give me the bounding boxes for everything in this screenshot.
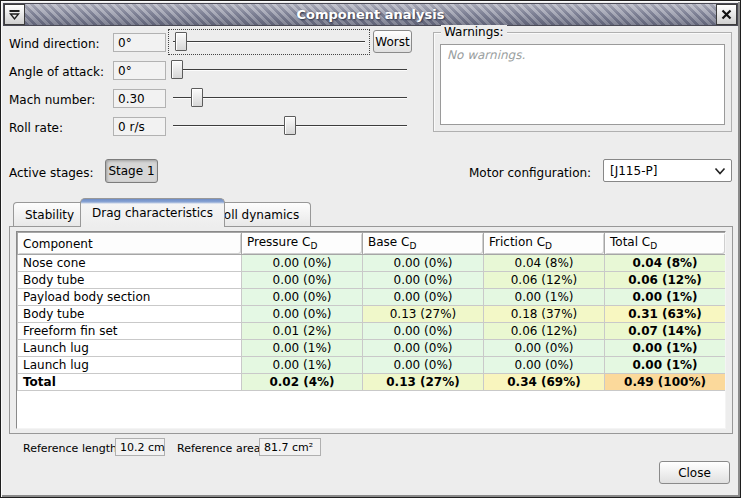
value-cell: 0.00 (1%) bbox=[605, 289, 726, 306]
table-row[interactable]: Nose cone0.00 (0%)0.00 (0%)0.04 (8%)0.04… bbox=[18, 255, 726, 272]
title-bar: Component analysis bbox=[3, 3, 738, 26]
table-row[interactable]: Launch lug0.00 (1%)0.00 (0%)0.00 (0%)0.0… bbox=[18, 340, 726, 357]
value-cell: 0.00 (1%) bbox=[484, 289, 605, 306]
stage-1-toggle-button[interactable]: Stage 1 bbox=[105, 159, 158, 183]
window-close-button[interactable] bbox=[716, 4, 737, 25]
table-row[interactable]: Body tube0.00 (0%)0.13 (27%)0.18 (37%)0.… bbox=[18, 306, 726, 323]
component-name-cell: Nose cone bbox=[18, 255, 242, 272]
component-name-cell: Payload body section bbox=[18, 289, 242, 306]
value-cell: 0.06 (12%) bbox=[605, 272, 726, 289]
close-icon bbox=[720, 8, 733, 21]
value-cell: 0.13 (27%) bbox=[363, 374, 484, 391]
mach-number-slider[interactable] bbox=[170, 87, 410, 109]
component-name-cell: Freeform fin set bbox=[18, 323, 242, 340]
slider-thumb[interactable] bbox=[171, 60, 183, 79]
component-name-cell: Body tube bbox=[18, 272, 242, 289]
reference-length-label: Reference length: bbox=[23, 442, 121, 455]
window-title: Component analysis bbox=[25, 7, 716, 22]
value-cell: 0.00 (0%) bbox=[242, 272, 363, 289]
component-name-cell: Total bbox=[18, 374, 242, 391]
value-cell: 0.00 (1%) bbox=[242, 357, 363, 374]
value-cell: 0.06 (12%) bbox=[484, 272, 605, 289]
column-header[interactable]: Base CD bbox=[363, 233, 484, 255]
motor-configuration-select[interactable]: [J115-P] bbox=[603, 159, 732, 182]
tab-stability[interactable]: Stability bbox=[13, 202, 86, 227]
warnings-list: No warnings. bbox=[440, 44, 725, 125]
table-row[interactable]: Payload body section0.00 (0%)0.00 (0%)0.… bbox=[18, 289, 726, 306]
column-header[interactable]: Friction CD bbox=[484, 233, 605, 255]
tab-drag-characteristics[interactable]: Drag characteristics bbox=[80, 198, 225, 227]
reference-area-label: Reference area: bbox=[177, 442, 264, 455]
warnings-group: Warnings: No warnings. bbox=[433, 32, 732, 132]
mach-number-field[interactable]: 0.30 bbox=[113, 89, 166, 108]
drag-table-scrollpane[interactable]: ComponentPressure CDBase CDFriction CDTo… bbox=[16, 231, 726, 429]
value-cell: 0.00 (0%) bbox=[363, 323, 484, 340]
value-cell: 0.07 (14%) bbox=[605, 323, 726, 340]
chevron-down-icon bbox=[709, 167, 731, 175]
value-cell: 0.02 (4%) bbox=[242, 374, 363, 391]
active-stages-label: Active stages: bbox=[9, 166, 94, 180]
value-cell: 0.49 (100%) bbox=[605, 374, 726, 391]
value-cell: 0.00 (0%) bbox=[363, 272, 484, 289]
value-cell: 0.04 (8%) bbox=[605, 255, 726, 272]
value-cell: 0.00 (0%) bbox=[242, 289, 363, 306]
component-name-cell: Launch lug bbox=[18, 340, 242, 357]
component-name-cell: Body tube bbox=[18, 306, 242, 323]
drag-characteristics-panel: ComponentPressure CDBase CDFriction CDTo… bbox=[9, 226, 733, 434]
column-header[interactable]: Component bbox=[18, 233, 242, 255]
motor-configuration-label: Motor configuration: bbox=[469, 166, 591, 180]
roll-rate-label: Roll rate: bbox=[9, 121, 63, 135]
table-row[interactable]: Body tube0.00 (0%)0.00 (0%)0.06 (12%)0.0… bbox=[18, 272, 726, 289]
window-menu-button[interactable] bbox=[4, 4, 25, 25]
table-row[interactable]: Freeform fin set0.01 (2%)0.00 (0%)0.06 (… bbox=[18, 323, 726, 340]
value-cell: 0.00 (0%) bbox=[363, 289, 484, 306]
value-cell: 0.34 (69%) bbox=[484, 374, 605, 391]
slider-track bbox=[173, 41, 365, 43]
wind-direction-field[interactable]: 0° bbox=[113, 33, 166, 52]
slider-thumb[interactable] bbox=[284, 116, 296, 135]
value-cell: 0.18 (37%) bbox=[484, 306, 605, 323]
angle-of-attack-slider[interactable] bbox=[170, 59, 410, 81]
wind-direction-slider[interactable] bbox=[170, 31, 368, 53]
table-header-row: ComponentPressure CDBase CDFriction CDTo… bbox=[18, 233, 726, 255]
value-cell: 0.01 (2%) bbox=[242, 323, 363, 340]
table-row[interactable]: Launch lug0.00 (1%)0.00 (0%)0.00 (0%)0.0… bbox=[18, 357, 726, 374]
value-cell: 0.00 (1%) bbox=[605, 357, 726, 374]
table-row[interactable]: Total0.02 (4%)0.13 (27%)0.34 (69%)0.49 (… bbox=[18, 374, 726, 391]
value-cell: 0.06 (12%) bbox=[484, 323, 605, 340]
wind-direction-label: Wind direction: bbox=[9, 37, 100, 51]
value-cell: 0.31 (63%) bbox=[605, 306, 726, 323]
close-button[interactable]: Close bbox=[659, 461, 730, 484]
slider-thumb[interactable] bbox=[175, 32, 187, 51]
window-menu-icon bbox=[8, 8, 21, 21]
mach-number-label: Mach number: bbox=[9, 93, 95, 107]
motor-configuration-value: [J115-P] bbox=[604, 164, 709, 178]
angle-of-attack-field[interactable]: 0° bbox=[113, 61, 166, 80]
column-header[interactable]: Pressure CD bbox=[242, 233, 363, 255]
angle-of-attack-label: Angle of attack: bbox=[9, 65, 104, 79]
roll-rate-slider[interactable] bbox=[170, 115, 410, 137]
reference-length-value: 10.2 cm bbox=[115, 438, 165, 456]
value-cell: 0.00 (0%) bbox=[484, 357, 605, 374]
slider-track bbox=[173, 69, 407, 71]
value-cell: 0.00 (0%) bbox=[242, 306, 363, 323]
value-cell: 0.00 (1%) bbox=[605, 340, 726, 357]
value-cell: 0.04 (8%) bbox=[484, 255, 605, 272]
reference-area-value: 81.7 cm² bbox=[259, 438, 321, 456]
value-cell: 0.13 (27%) bbox=[363, 306, 484, 323]
worst-button[interactable]: Worst bbox=[373, 30, 412, 53]
value-cell: 0.00 (0%) bbox=[242, 255, 363, 272]
column-header[interactable]: Total CD bbox=[605, 233, 726, 255]
component-name-cell: Launch lug bbox=[18, 357, 242, 374]
value-cell: 0.00 (0%) bbox=[363, 357, 484, 374]
value-cell: 0.00 (1%) bbox=[242, 340, 363, 357]
warnings-group-title: Warnings: bbox=[441, 25, 507, 39]
drag-coefficient-table: ComponentPressure CDBase CDFriction CDTo… bbox=[17, 232, 726, 391]
slider-track bbox=[173, 97, 407, 99]
value-cell: 0.00 (0%) bbox=[363, 255, 484, 272]
slider-thumb[interactable] bbox=[191, 88, 203, 107]
roll-rate-field[interactable]: 0 r/s bbox=[113, 117, 166, 136]
value-cell: 0.00 (0%) bbox=[484, 340, 605, 357]
value-cell: 0.00 (0%) bbox=[363, 340, 484, 357]
component-analysis-dialog: Component analysis Wind direction: 0° Wo… bbox=[0, 0, 741, 498]
